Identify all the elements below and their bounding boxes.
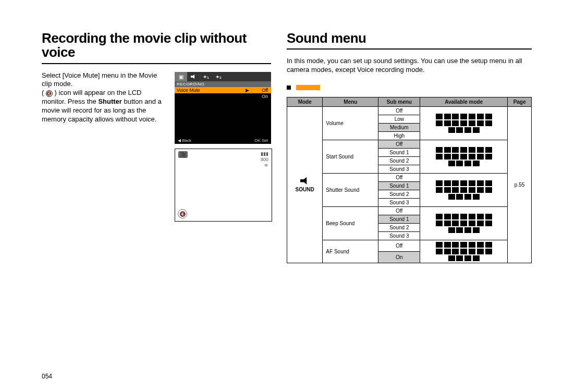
mode-icon: [473, 127, 480, 133]
paren-open: (: [42, 89, 44, 96]
mode-icon: [477, 249, 484, 254]
mode-icon: [460, 220, 467, 226]
divider: [287, 48, 532, 50]
mode-icon: [464, 227, 471, 233]
mode-icon: [460, 180, 467, 186]
submenu-cell: Sound 2: [378, 190, 420, 198]
mode-icon: [448, 161, 455, 166]
mode-icon: [436, 187, 443, 193]
mode-icon: [469, 147, 475, 153]
mode-icon: [460, 120, 467, 126]
mode-icon: [477, 220, 484, 226]
sound-label: SOUND: [290, 187, 319, 192]
mode-icon: [456, 255, 463, 261]
lcd-back: Back: [182, 138, 191, 143]
lcd-footer: ◀ Back OK Set: [175, 138, 271, 143]
lcd-row-on: On: [175, 93, 271, 100]
mode-icon: [460, 154, 467, 160]
mode-icon: [452, 187, 459, 193]
battery-icon: ▮▮▮: [261, 151, 268, 157]
available-modes-cell: [420, 240, 508, 263]
mode-icon: [460, 242, 467, 248]
lcd-ok: OK: [254, 138, 261, 143]
orange-mark: [296, 85, 320, 90]
lcd-menu-screenshot: ▣ ✦₁ ✦₂ RECORDING Voice Mute ▶ Off On ◀ …: [175, 72, 271, 144]
mode-icon: [485, 154, 492, 160]
submenu-cell: Off: [378, 173, 420, 181]
mode-icon: [473, 194, 480, 200]
menu-cell: Volume: [323, 106, 378, 140]
mode-icon: [444, 154, 451, 160]
mode-icon: [469, 180, 475, 186]
mode-icon: [485, 187, 492, 193]
mode-icon: [460, 249, 467, 254]
available-modes-cell: [420, 173, 508, 206]
mode-icon: [469, 242, 475, 248]
mode-icon: [485, 147, 492, 153]
mode-icon: [477, 242, 484, 248]
mode-icon: [464, 255, 471, 261]
mode-icon: [444, 214, 451, 219]
mode-icon: [444, 187, 451, 193]
mute-icon: 🔇: [46, 90, 53, 97]
lcd-opt-on: On: [251, 94, 269, 99]
mode-icon: [485, 180, 492, 186]
left-body-line1: Select [Voice Mute] menu in the Movie cl…: [42, 71, 157, 88]
mode-icon: [456, 161, 463, 166]
mode-icon: [464, 161, 471, 166]
sound-settings-table: Mode Menu Sub menu Available mode Page S…: [287, 97, 532, 263]
movie-mode-icon: 🎥: [178, 151, 188, 158]
mode-icon: [444, 249, 451, 254]
mode-icon: [452, 114, 459, 119]
mode-icon: [452, 120, 459, 126]
mode-icon: [452, 154, 459, 160]
mode-icon: [485, 214, 492, 219]
lcd-set: Set: [262, 138, 268, 143]
submenu-cell: Low: [378, 115, 420, 123]
lcd-section: RECORDING: [175, 81, 271, 87]
mode-icon: [436, 180, 443, 186]
lcd-tabs: ▣ ✦₁ ✦₂: [175, 72, 271, 81]
mode-icon: [473, 227, 480, 233]
th-mode: Mode: [287, 97, 323, 106]
submenu-cell: Off: [378, 240, 420, 251]
mode-icon: [456, 227, 463, 233]
mode-icon: [477, 187, 484, 193]
submenu-cell: Sound 1: [378, 215, 420, 223]
lcd-row-voicemute: Voice Mute ▶ Off: [175, 87, 271, 93]
lcd2-status: ▮▮▮ 800 ≋: [261, 151, 268, 168]
mode-icon: [436, 214, 443, 219]
table-header-row: Mode Menu Sub menu Available mode Page: [287, 97, 532, 106]
mode-icon: [477, 154, 484, 160]
mode-icon: [464, 127, 471, 133]
mode-cell: SOUND: [287, 106, 323, 263]
page-number: 054: [42, 373, 52, 380]
bullet-row: [287, 82, 532, 92]
page-ref-cell: p.55: [508, 106, 532, 263]
mode-icon: [452, 147, 459, 153]
mode-icon: [448, 194, 455, 200]
table-row: Beep SoundOff: [287, 206, 532, 215]
setup2-tab-icon: ✦₂: [212, 72, 225, 81]
mode-icon: [469, 214, 475, 219]
table-row: AF SoundOff: [287, 240, 532, 251]
th-page: Page: [508, 97, 532, 106]
mode-icon: [477, 214, 484, 219]
mode-icon: [485, 242, 492, 248]
camera-icon: ▣: [175, 72, 187, 81]
mode-icon: [448, 255, 455, 261]
mode-icon: [444, 242, 451, 248]
mode-icon: [436, 249, 443, 254]
mode-icon: [469, 114, 475, 119]
mode-icon: [436, 220, 443, 226]
mode-icon: [460, 114, 467, 119]
mode-icon: [452, 242, 459, 248]
submenu-cell: Off: [378, 140, 420, 148]
mode-icon: [444, 120, 451, 126]
mode-icon: [485, 220, 492, 226]
table-row: Start SoundOff: [287, 140, 532, 148]
size-value: 800: [261, 157, 268, 163]
table-row: Shutter SoundOff: [287, 173, 532, 181]
mode-icon: [485, 114, 492, 119]
submenu-cell: Sound 1: [378, 148, 420, 156]
